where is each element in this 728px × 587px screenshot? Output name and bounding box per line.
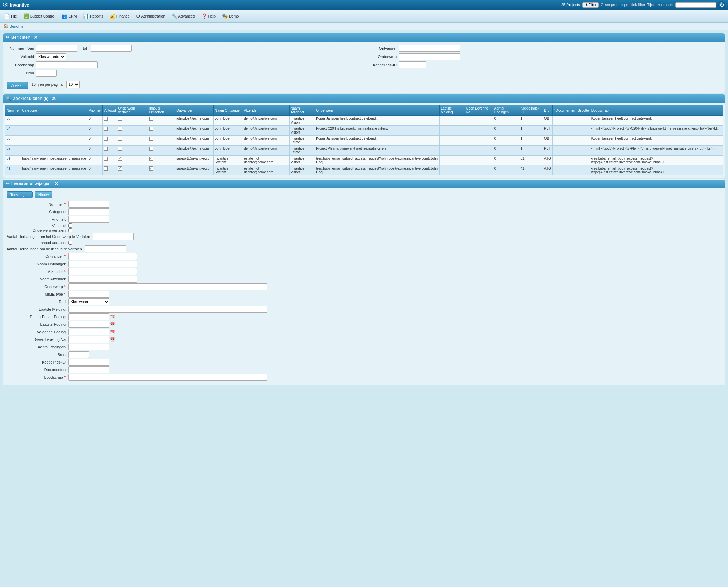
entry-voltooid-checkbox[interactable] — [68, 223, 72, 228]
entry-onderwerp-row: Onderwerp — [7, 283, 721, 290]
ontvanger-input[interactable] — [399, 45, 460, 52]
cell-link[interactable]: 01 — [5, 156, 21, 165]
table-cell — [465, 146, 493, 156]
results-close[interactable]: ✕ — [52, 96, 56, 101]
nummer-tot-input[interactable] — [91, 45, 132, 52]
search-button[interactable]: Zoeken — [7, 82, 28, 89]
entry-volgende-poging-input[interactable] — [68, 329, 109, 335]
boodschap-row: Boodschap — [7, 61, 359, 68]
entry-aantal-pogingen-input[interactable] — [68, 344, 109, 350]
nav-item-crm[interactable]: 👥 CRM — [59, 12, 80, 20]
entry-herhalingen-inhoud-label: Aantal Herhalingen om de Inhoud te Verta… — [7, 247, 85, 251]
nav-item-file[interactable]: 📄 File — [1, 12, 20, 20]
table-row[interactable]: 020john.doe@acme.comJohn Doedemo@invanti… — [5, 146, 723, 156]
table-row[interactable]: 050john.doe@acme.comJohn Doedemo@invanti… — [5, 116, 723, 126]
entry-onderwerp-input[interactable] — [68, 283, 267, 290]
col-aantal-pogingen: Aantal Pogingen — [493, 105, 519, 116]
nav-label-demo: Demo — [229, 14, 239, 18]
table-cell — [439, 156, 465, 165]
nummer-van-input[interactable] — [36, 45, 77, 52]
bron-input[interactable] — [36, 70, 57, 77]
entry-inhoud-vertalen-label: Inhoud vertalen — [7, 241, 68, 245]
crm-icon: 👥 — [61, 13, 67, 19]
entry-herhalingen-inhoud-input[interactable] — [85, 245, 126, 252]
entry-nummer-input[interactable] — [68, 201, 109, 208]
new-button[interactable]: Nieuw — [35, 191, 53, 198]
entry-close[interactable]: ✕ — [54, 181, 58, 186]
entry-ontvanger-input[interactable] — [68, 253, 137, 260]
calendar-icon-1[interactable]: 📅 — [110, 315, 115, 319]
table-cell — [553, 116, 576, 126]
nav-item-demo[interactable]: 🎭 Demo — [219, 12, 242, 20]
entry-categorie-input[interactable] — [68, 208, 109, 215]
calendar-icon-4[interactable]: 📅 — [110, 337, 115, 342]
entry-boodschap-label: Boodschap — [7, 375, 68, 379]
table-cell: {res:bubs_email_body_access_request?http… — [590, 156, 723, 165]
entry-datum-eerste-poging-row: Datum Eerste Poging 📅 — [7, 313, 721, 320]
entry-mime-type-input[interactable] — [68, 291, 109, 298]
boodschap-input[interactable] — [36, 61, 98, 68]
calendar-icon-2[interactable]: 📅 — [110, 322, 115, 327]
entry-naam-ontvanger-input[interactable] — [68, 261, 137, 267]
entry-datum-eerste-poging-input[interactable] — [68, 313, 109, 320]
calendar-icon-3[interactable]: 📅 — [110, 330, 115, 334]
entry-naam-afzender-label: Naam Afzender — [7, 277, 68, 281]
cell-link[interactable]: 03 — [5, 136, 21, 146]
breadcrumb-berichten[interactable]: Berichten — [10, 24, 25, 28]
cell-link[interactable]: 41 — [5, 165, 21, 175]
cell-link[interactable]: 05 — [5, 116, 21, 126]
entry-afzender-input[interactable] — [68, 268, 137, 275]
entry-onderwerp-vertalen-checkbox[interactable] — [68, 228, 72, 232]
cell-link[interactable]: 02 — [5, 146, 21, 156]
col-voltooid: Voltooid — [102, 105, 117, 116]
table-cell: 0 — [493, 136, 519, 146]
nav-item-help[interactable]: ❓ Help — [199, 12, 219, 20]
entry-geen-levering-label: Geen Levering Na — [7, 337, 68, 342]
nav-item-finance[interactable]: 💰 Finance — [107, 12, 132, 20]
col-bron: Bron — [543, 105, 552, 116]
entry-onderwerp-vertalen-row: Onderwerp vertalen — [7, 228, 721, 232]
cell-checkbox — [118, 147, 122, 151]
search-panel-close[interactable]: ✕ — [34, 35, 38, 40]
col-naam-ontvanger: Naam Ontvanger — [213, 105, 243, 116]
table-row[interactable]: 040john.doe@acme.comJohn Doedemo@invanti… — [5, 126, 723, 136]
entry-inhoud-vertalen-checkbox[interactable] — [68, 241, 72, 245]
add-button[interactable]: Toevoegen — [7, 191, 33, 198]
table-row[interactable]: 030john.doe@acme.comJohn Doedemo@invanti… — [5, 136, 723, 146]
entry-laatste-poging-input[interactable] — [68, 321, 109, 328]
cell-link[interactable]: 04 — [5, 126, 21, 136]
rows-select[interactable]: 10 25 50 — [66, 81, 80, 88]
nav-item-administration[interactable]: ⚙ Administration — [133, 12, 168, 20]
entry-geen-levering-input[interactable] — [68, 336, 109, 343]
entry-taal-select[interactable]: Kies waarde — [68, 298, 109, 305]
entry-boodschap-input[interactable] — [68, 374, 267, 381]
entry-koppelings-id-input[interactable] — [68, 359, 109, 366]
col-ontvanger: Ontvanger — [175, 105, 214, 116]
nav-label-finance: Finance — [116, 14, 130, 18]
tijdreizen-input[interactable] — [675, 2, 716, 8]
table-cell: Invantive - System — [213, 156, 243, 165]
table-cell: Koper Janssen heeft contract getekend. — [590, 116, 723, 126]
nav-item-advanced[interactable]: 🔧 Advanced — [169, 12, 198, 20]
onderwerp-input[interactable] — [399, 53, 460, 60]
entry-herhalingen-onderwerp-input[interactable] — [93, 233, 134, 240]
nav-item-budget-control[interactable]: 💹 Budget Control — [21, 12, 58, 20]
power-button[interactable]: ⏻ — [718, 1, 725, 8]
entry-laatste-melding-input[interactable] — [68, 306, 267, 313]
entry-categorie-label: Categorie — [7, 210, 68, 214]
entry-prioriteit-input[interactable] — [68, 216, 109, 223]
entry-onderwerp-vertalen-label: Onderwerp vertalen — [7, 228, 68, 232]
koppelings-id-input[interactable] — [399, 61, 426, 68]
entry-bron-input[interactable] — [68, 351, 89, 358]
advanced-icon: 🔧 — [172, 13, 177, 19]
entry-documenten-input[interactable] — [68, 366, 109, 373]
entry-naam-afzender-input[interactable] — [68, 276, 137, 283]
table-row[interactable]: 01bubs#aanvragen_toegang.send_message0su… — [5, 156, 723, 165]
table-cell — [465, 126, 493, 136]
table-cell — [439, 116, 465, 126]
table-row[interactable]: 41bubs#aanvragen_toegang.send_message0su… — [5, 165, 723, 175]
filter-button[interactable]: ⚗ Filter — [582, 2, 599, 8]
nav-item-reports[interactable]: 📊 Reports — [80, 12, 106, 20]
col-categorie: Categorie — [21, 105, 87, 116]
voltooid-select[interactable]: Kies waarde — [36, 53, 66, 60]
